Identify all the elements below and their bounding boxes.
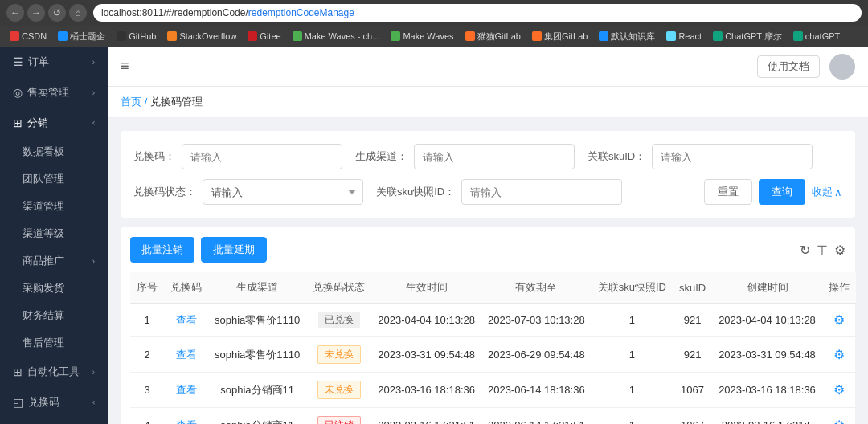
action-button[interactable]: ⚙ bbox=[833, 418, 845, 424]
select-status[interactable]: 请输入 已兑换 未兑换 已注销 bbox=[203, 179, 363, 205]
search-button[interactable]: 查询 bbox=[759, 179, 805, 205]
breadcrumb: 首页 / 兑换码管理 bbox=[108, 87, 868, 118]
code-link[interactable]: 查看 bbox=[176, 349, 197, 361]
bookmark-github[interactable]: GitHub bbox=[112, 27, 161, 45]
input-channel[interactable] bbox=[414, 144, 575, 169]
sidebar-item-dashboard[interactable]: 数据看板 bbox=[0, 138, 108, 165]
sidebar-item-channel[interactable]: 渠道管理 bbox=[0, 193, 108, 220]
batch-extend-button[interactable]: 批量延期 bbox=[201, 237, 267, 263]
bookmark-so[interactable]: StackOverflow bbox=[162, 27, 241, 45]
bookmark-gitee[interactable]: Gitee bbox=[243, 27, 285, 45]
bookmark-chatgpt-moore[interactable]: ChatGPT 摩尔 bbox=[708, 27, 787, 45]
sidebar-label-orders: 订单 bbox=[28, 55, 49, 69]
bookmark-cat-gitlab[interactable]: 猫猫GitLab bbox=[461, 27, 526, 45]
bookmark-waves2[interactable]: Make Waves bbox=[386, 27, 458, 45]
sidebar-label-automation: 自动化工具 bbox=[27, 365, 80, 379]
refresh-icon[interactable]: ↻ bbox=[800, 243, 810, 258]
cell-code: 查看 bbox=[164, 304, 208, 337]
home-button[interactable]: ⌂ bbox=[69, 4, 87, 22]
form-row-1: 兑换码： 生成渠道： 关联skuID： bbox=[133, 144, 842, 169]
sidebar-item-orders[interactable]: ☰ 订单 › bbox=[0, 47, 108, 77]
refresh-button[interactable]: ↺ bbox=[48, 4, 66, 22]
collapse-button[interactable]: 收起 ∧ bbox=[812, 185, 842, 199]
sidebar-label-team: 团队管理 bbox=[23, 173, 64, 185]
sidebar-label-channel: 渠道管理 bbox=[23, 200, 64, 212]
form-row-2: 兑换码状态： 请输入 已兑换 未兑换 已注销 关联sku快照ID： 重置 bbox=[133, 179, 842, 205]
action-button[interactable]: ⚙ bbox=[833, 382, 845, 398]
cell-sku-snapshot: 1 bbox=[592, 304, 673, 337]
chatgpt-moore-icon bbox=[713, 31, 723, 41]
browser-bar: ← → ↺ ⌂ localhost:8011/#/redemptionCode/… bbox=[0, 0, 868, 26]
automation-chevron: › bbox=[92, 368, 95, 377]
table-row: 4 查看 sophia分销商11 已注销 2023-03-16 17:31:51… bbox=[130, 408, 856, 425]
bookmark-label: React bbox=[678, 31, 702, 41]
bookmark-chatgpt[interactable]: chatGPT bbox=[788, 27, 845, 45]
header-right: 使用文档 bbox=[757, 54, 855, 80]
sidebar: ☰ 订单 › ◎ 售卖管理 › ⊞ 分销 › 数据看板 团队管理 渠道管理 bbox=[0, 47, 108, 424]
sidebar-item-finance[interactable]: 财务结算 bbox=[0, 302, 108, 329]
settings-icon[interactable]: ⚙ bbox=[834, 243, 845, 258]
cell-channel: sophia零售价1110 bbox=[208, 337, 306, 373]
batch-cancel-button[interactable]: 批量注销 bbox=[130, 237, 194, 263]
breadcrumb-home[interactable]: 首页 bbox=[121, 96, 141, 108]
sidebar-item-product-promo[interactable]: 商品推广 › bbox=[0, 247, 108, 275]
sidebar-item-team[interactable]: 团队管理 bbox=[0, 165, 108, 193]
label-code: 兑换码： bbox=[133, 149, 175, 164]
action-button[interactable]: ⚙ bbox=[833, 312, 845, 328]
sidebar-label-dashboard: 数据看板 bbox=[23, 145, 64, 157]
address-bar[interactable]: localhost:8011/#/redemptionCode/redempti… bbox=[93, 4, 862, 22]
label-sku-snapshot: 关联sku快照ID： bbox=[376, 185, 455, 199]
waves1-icon bbox=[293, 31, 302, 41]
cell-sku-id: 1067 bbox=[673, 408, 712, 425]
bookmark-tong[interactable]: 桶士题企 bbox=[53, 27, 110, 45]
orders-chevron: › bbox=[92, 58, 95, 67]
bookmark-label: StackOverflow bbox=[179, 31, 236, 41]
form-item-code: 兑换码： bbox=[133, 144, 342, 169]
cell-sku-id: 921 bbox=[673, 337, 712, 373]
column-icon[interactable]: ⊤ bbox=[817, 243, 828, 258]
action-button[interactable]: ⚙ bbox=[833, 347, 845, 362]
bookmark-label: GitHub bbox=[129, 31, 156, 41]
cell-code: 查看 bbox=[164, 408, 208, 425]
waves2-icon bbox=[391, 31, 400, 41]
bookmark-label: Gitee bbox=[260, 31, 280, 41]
doc-button[interactable]: 使用文档 bbox=[757, 55, 820, 78]
sidebar-item-channel-level[interactable]: 渠道等级 bbox=[0, 220, 108, 247]
forward-button[interactable]: → bbox=[27, 4, 45, 22]
table-toolbar: 批量注销 批量延期 ↻ ⊤ ⚙ bbox=[130, 237, 845, 263]
cell-status: 未兑换 bbox=[306, 337, 371, 373]
reset-button[interactable]: 重置 bbox=[704, 179, 752, 205]
sidebar-item-automation[interactable]: ⊞ 自动化工具 › bbox=[0, 357, 108, 387]
breadcrumb-separator: / bbox=[145, 96, 150, 108]
sidebar-item-redemption[interactable]: ◱ 兑换码 › bbox=[0, 387, 108, 418]
avatar[interactable] bbox=[829, 54, 855, 80]
bookmark-csdn[interactable]: CSDN bbox=[5, 27, 51, 45]
label-status: 兑换码状态： bbox=[133, 185, 196, 199]
bookmark-group-gitlab[interactable]: 集团GitLab bbox=[527, 27, 592, 45]
input-code[interactable] bbox=[182, 144, 342, 169]
menu-toggle-icon[interactable]: ≡ bbox=[121, 58, 129, 75]
table-section: 批量注销 批量延期 ↻ ⊤ ⚙ 序号 兑换码 生成渠道 bbox=[121, 227, 855, 424]
sidebar-item-sales[interactable]: ◎ 售卖管理 › bbox=[0, 77, 108, 108]
sidebar-item-after-sales[interactable]: 售后管理 bbox=[0, 329, 108, 357]
form-actions: 重置 查询 收起 ∧ bbox=[704, 179, 842, 205]
input-sku-snapshot[interactable] bbox=[461, 179, 622, 205]
code-link[interactable]: 查看 bbox=[176, 419, 197, 425]
cell-status: 未兑换 bbox=[306, 373, 371, 408]
status-badge: 已注销 bbox=[317, 416, 361, 424]
code-link[interactable]: 查看 bbox=[176, 314, 197, 326]
cell-code: 查看 bbox=[164, 337, 208, 373]
cell-channel: sophia分销商11 bbox=[208, 408, 306, 425]
bookmark-react[interactable]: React bbox=[661, 27, 706, 45]
sidebar-item-purchase[interactable]: 采购发货 bbox=[0, 275, 108, 302]
bookmark-waves1[interactable]: Make Waves - ch... bbox=[288, 27, 385, 45]
sidebar-item-redemption-manage[interactable]: 兑换码管理 bbox=[0, 418, 108, 424]
cell-create-time: 2023-04-04 10:13:28 bbox=[712, 304, 822, 337]
input-sku-id[interactable] bbox=[652, 144, 813, 169]
bookmark-knowledge[interactable]: 默认知识库 bbox=[594, 27, 660, 45]
code-link[interactable]: 查看 bbox=[176, 384, 197, 396]
bookmark-label: Make Waves - ch... bbox=[305, 31, 380, 41]
back-button[interactable]: ← bbox=[6, 4, 24, 22]
sidebar-item-distribution[interactable]: ⊞ 分销 › bbox=[0, 108, 108, 138]
cell-action: ⚙ bbox=[822, 408, 856, 425]
